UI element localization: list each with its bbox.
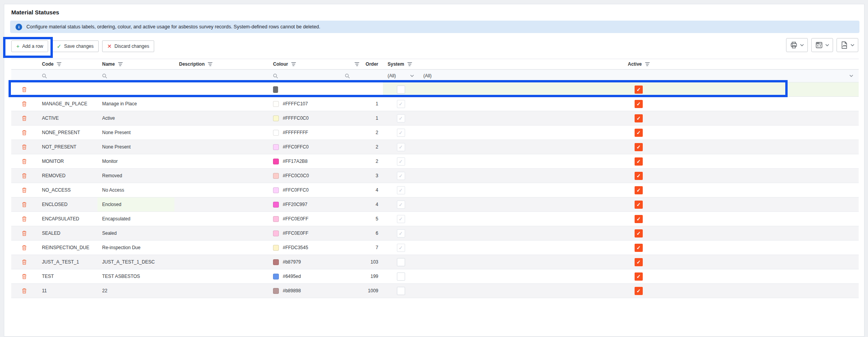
description-cell[interactable] (174, 197, 268, 211)
colour-swatch[interactable] (273, 115, 279, 121)
delete-row-icon[interactable] (21, 144, 27, 150)
code-cell[interactable]: SEALED (37, 226, 97, 240)
order-cell[interactable]: 2 (340, 154, 383, 168)
colour-swatch[interactable] (273, 216, 279, 222)
description-cell[interactable] (174, 255, 268, 269)
active-checkbox[interactable]: ✓ (635, 114, 643, 122)
description-cell[interactable] (174, 169, 268, 183)
active-checkbox[interactable]: ✓ (635, 229, 643, 237)
active-cell[interactable]: ✓ (419, 197, 859, 211)
active-cell[interactable]: ✓ (419, 255, 859, 269)
active-checkbox[interactable]: ✓ (635, 172, 643, 180)
header-active[interactable]: Active (419, 59, 859, 69)
delete-row-icon[interactable] (21, 273, 27, 279)
description-cell[interactable] (174, 183, 268, 197)
active-checkbox[interactable]: ✓ (635, 244, 643, 252)
colour-cell[interactable]: #FFFFC0C0 (268, 111, 340, 125)
order-cell[interactable]: 4 (340, 183, 383, 197)
print-button[interactable] (786, 38, 808, 52)
colour-swatch[interactable] (273, 130, 279, 136)
description-cell[interactable] (174, 126, 268, 140)
delete-row-icon[interactable] (21, 187, 27, 193)
filter-active-select[interactable]: (All) (419, 70, 859, 82)
active-cell[interactable]: ✓ (419, 212, 859, 226)
description-cell[interactable] (174, 226, 268, 240)
colour-cell[interactable]: #FFC0E0FF (268, 212, 340, 226)
name-cell[interactable]: Encapsulated (97, 212, 174, 226)
header-description[interactable]: Description (174, 59, 268, 69)
order-cell[interactable]: 3 (340, 169, 383, 183)
delete-row-icon[interactable] (21, 86, 27, 93)
active-checkbox[interactable]: ✓ (635, 272, 643, 281)
colour-swatch[interactable] (273, 101, 279, 107)
active-checkbox[interactable]: ✓ (635, 201, 643, 209)
active-cell[interactable]: ✓ (419, 169, 859, 183)
order-cell[interactable]: 4 (340, 197, 383, 211)
active-cell[interactable]: ✓ (419, 284, 859, 298)
name-cell[interactable]: Re-inspection Due (97, 241, 174, 255)
description-cell[interactable] (174, 154, 268, 168)
order-cell[interactable]: 7 (340, 241, 383, 255)
order-cell[interactable]: 6 (340, 226, 383, 240)
description-cell[interactable] (174, 140, 268, 154)
filter-icon[interactable] (355, 62, 359, 66)
new-row-active-cell[interactable]: ✓ (419, 82, 859, 96)
export-button[interactable] (837, 38, 858, 52)
description-cell[interactable] (174, 284, 268, 298)
colour-swatch[interactable] (273, 187, 279, 193)
new-row-code-cell[interactable] (37, 82, 97, 96)
name-cell[interactable]: Manage in Place (97, 97, 174, 111)
active-checkbox[interactable]: ✓ (635, 258, 643, 266)
colour-swatch[interactable] (273, 245, 279, 251)
system-checkbox[interactable]: ✓ (397, 86, 405, 94)
filter-system-select[interactable]: (All) (383, 70, 419, 82)
order-cell[interactable]: 2 (340, 126, 383, 140)
name-cell[interactable]: Enclosed (97, 197, 174, 211)
code-cell[interactable]: ACTIVE (37, 111, 97, 125)
colour-swatch[interactable] (273, 259, 279, 265)
header-order[interactable]: Order (340, 59, 383, 69)
filter-name-input[interactable] (97, 70, 174, 82)
code-cell[interactable]: ENCLOSED (37, 197, 97, 211)
description-cell[interactable] (174, 212, 268, 226)
colour-swatch[interactable] (273, 173, 279, 179)
active-checkbox[interactable]: ✓ (635, 287, 643, 295)
name-cell[interactable]: JUST_A_TEST_1_DESC (97, 255, 174, 269)
active-cell[interactable]: ✓ (419, 241, 859, 255)
order-cell[interactable]: 1 (340, 111, 383, 125)
delete-row-icon[interactable] (21, 244, 27, 251)
order-cell[interactable]: 199 (340, 269, 383, 283)
system-checkbox[interactable]: ✓ (397, 258, 405, 266)
colour-cell[interactable]: #FFC0FFC0 (268, 183, 340, 197)
code-cell[interactable]: NO_ACCESS (37, 183, 97, 197)
active-checkbox[interactable]: ✓ (635, 157, 643, 166)
description-cell[interactable] (174, 241, 268, 255)
name-cell[interactable]: TEST ASBESTOS (97, 269, 174, 283)
system-checkbox[interactable]: ✓ (397, 287, 405, 295)
code-cell[interactable]: JUST_A_TEST_1 (37, 255, 97, 269)
filter-icon[interactable] (208, 62, 212, 66)
filter-icon[interactable] (57, 62, 61, 66)
colour-swatch[interactable] (273, 159, 279, 164)
colour-cell[interactable]: #FFFFC107 (268, 97, 340, 111)
order-cell[interactable]: 1009 (340, 284, 383, 298)
name-cell[interactable]: None Present (97, 126, 174, 140)
colour-cell[interactable]: #FFDC3545 (268, 241, 340, 255)
active-cell[interactable]: ✓ (419, 154, 859, 168)
active-cell[interactable]: ✓ (419, 269, 859, 283)
active-checkbox[interactable]: ✓ (635, 215, 643, 223)
active-cell[interactable]: ✓ (419, 97, 859, 111)
header-code[interactable]: Code (37, 59, 97, 69)
active-cell[interactable]: ✓ (419, 226, 859, 240)
colour-swatch[interactable] (273, 202, 279, 208)
filter-description-input[interactable] (174, 70, 268, 82)
code-cell[interactable]: MONITOR (37, 154, 97, 168)
active-cell[interactable]: ✓ (419, 183, 859, 197)
colour-cell[interactable]: #FFFFFFFF (268, 126, 340, 140)
filter-icon[interactable] (645, 62, 650, 66)
new-row-order-cell[interactable] (340, 82, 383, 96)
system-checkbox[interactable]: ✓ (397, 272, 405, 281)
code-cell[interactable]: ENCAPSULATED (37, 212, 97, 226)
delete-row-icon[interactable] (21, 173, 27, 179)
colour-swatch[interactable] (273, 274, 279, 279)
